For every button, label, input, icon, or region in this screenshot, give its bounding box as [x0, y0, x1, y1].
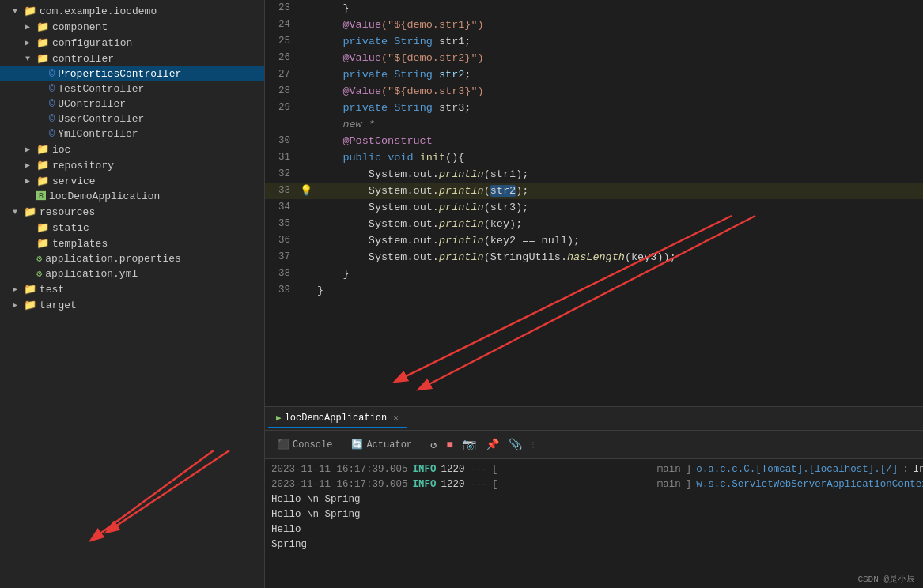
console-tab[interactable]: ⬛ Console	[271, 435, 339, 454]
code-line-36: 36 System.out.println(key2 == null);	[265, 232, 923, 249]
close-icon[interactable]: ✕	[393, 413, 399, 423]
tree-item-label: test	[40, 284, 64, 296]
tree-item-ioc[interactable]: ▶ 📁 ioc	[0, 141, 264, 157]
code-line-30: 30 @PostConstruct	[265, 133, 923, 149]
java-file-icon: ©	[49, 129, 55, 140]
console-output: 2023-11-11 16:17:39.005 INFO 1220 --- [ …	[265, 459, 923, 588]
tree-item-templates[interactable]: 📁 templates	[0, 236, 264, 251]
code-line-25: 25 private String str1;	[265, 33, 923, 50]
tree-item-label: UController	[58, 98, 126, 110]
chevron-icon: ▶	[13, 285, 24, 294]
tree-item-application-yml[interactable]: ⚙ application.yml	[0, 266, 264, 281]
tree-item-loc-demo-application[interactable]: 🅱 locDemoApplication	[0, 189, 264, 204]
tree-item-label: UserController	[58, 113, 144, 125]
java-file-icon: ©	[49, 99, 55, 110]
run-file-tab-active[interactable]: ▶ locDemoApplication ✕	[268, 409, 407, 428]
actuator-tab-label: Actuator	[366, 439, 412, 450]
tree-item-configuration[interactable]: ▶ 📁 configuration	[0, 35, 264, 51]
restart-icon[interactable]: ↺	[428, 436, 439, 453]
tree-item-label: resources	[40, 206, 95, 218]
run-icon: ▶	[276, 413, 282, 423]
stop-icon[interactable]: ■	[444, 437, 455, 453]
tree-item-label: repository	[52, 160, 114, 172]
toolbar-sep: ⋮	[529, 440, 537, 450]
editor-area: 23 } 24 @Value("${demo.str1}") 25 privat…	[265, 0, 923, 406]
tree-item-test-controller[interactable]: © TestController	[0, 81, 264, 96]
output-text: Hello	[271, 522, 301, 537]
tree-item-label: com.example.iocdemo	[40, 6, 157, 17]
tree-item-properties-controller[interactable]: © PropertiesController	[0, 66, 264, 81]
yml-file-icon: ⚙	[36, 268, 42, 280]
code-line-35: 35 System.out.println(key);	[265, 216, 923, 232]
tree-item-user-controller[interactable]: © UserController	[0, 111, 264, 126]
bottom-toolbar: ⬛ Console 🔄 Actuator ↺ ■ 📷 📌 📎 ⋮	[265, 431, 923, 459]
tree-item-label: TestController	[58, 83, 144, 95]
tree-item-repository[interactable]: ▶ 📁 repository	[0, 157, 264, 173]
actuator-tab[interactable]: 🔄 Actuator	[345, 435, 418, 454]
folder-icon: 📁	[36, 143, 49, 156]
folder-icon: 📁	[24, 5, 36, 17]
folder-icon: 📁	[24, 283, 36, 296]
code-line-23: 23 }	[265, 0, 923, 17]
code-line-39: 39 }	[265, 282, 923, 299]
tree-item-label: ioc	[52, 144, 70, 156]
output-line-1: Hello \n Spring	[271, 492, 917, 507]
tree-item-service[interactable]: ▶ 📁 service	[0, 173, 264, 189]
log-line-2: 2023-11-11 16:17:39.005 INFO 1220 --- [ …	[271, 477, 917, 492]
actuator-icon: 🔄	[351, 439, 363, 450]
chevron-icon: ▶	[25, 160, 36, 170]
folder-icon: 📁	[36, 21, 49, 33]
java-file-icon: ©	[49, 114, 55, 125]
code-line-37: 37 System.out.println(StringUtils.hasLen…	[265, 249, 923, 266]
output-line-2: Hello \n Spring	[271, 507, 917, 522]
tree-item-label: static	[52, 222, 89, 234]
tree-item-test[interactable]: ▶ 📁 test	[0, 281, 264, 297]
tree-item-static[interactable]: 📁 static	[0, 220, 264, 236]
code-line-29: 29 private String str3;	[265, 100, 923, 116]
tree-item-label: configuration	[52, 37, 132, 49]
output-line-3: Hello	[271, 522, 917, 537]
code-line-26: 26 @Value("${demo.str2}")	[265, 50, 923, 66]
dump-icon[interactable]: 📷	[460, 436, 479, 453]
tree-item-label: templates	[52, 238, 108, 250]
folder-icon: 📁	[36, 36, 49, 49]
folder-icon: 📁	[36, 159, 49, 172]
tree-item-label: target	[40, 300, 77, 311]
chevron-icon: ▶	[25, 38, 36, 47]
code-editor[interactable]: 23 } 24 @Value("${demo.str1}") 25 privat…	[265, 0, 923, 299]
tree-item-label: PropertiesController	[58, 68, 181, 80]
tree-item-label: YmlController	[58, 128, 138, 140]
folder-icon: 📁	[24, 299, 36, 311]
code-line-new: new *	[265, 116, 923, 133]
pin-icon[interactable]: 📌	[483, 436, 501, 453]
output-text: Hello \n Spring	[271, 492, 361, 507]
output-text: Hello \n Spring	[271, 507, 361, 522]
tree-item-label: locDemoApplication	[49, 190, 160, 202]
tree-item-label: application.yml	[45, 268, 138, 280]
watermark: CSDN @是小辰	[857, 573, 915, 585]
code-line-31: 31 public void init(){	[265, 149, 923, 166]
output-line-4: Spring	[271, 537, 917, 552]
tree-item-resources[interactable]: ▼ 📁 resources	[0, 204, 264, 220]
tree-item-target[interactable]: ▶ 📁 target	[0, 297, 264, 313]
folder-icon: 📁	[24, 205, 36, 218]
java-file-icon: ©	[49, 69, 55, 80]
tree-item-label: application.properties	[45, 253, 181, 265]
chevron-icon: ▶	[25, 145, 36, 154]
tree-item-com-example[interactable]: ▼ 📁 com.example.iocdemo	[0, 3, 264, 19]
bulb-icon[interactable]: 💡	[300, 183, 312, 199]
code-line-24: 24 @Value("${demo.str1}")	[265, 17, 923, 33]
chevron-icon: ▶	[13, 300, 24, 310]
chevron-icon: ▶	[25, 22, 36, 32]
tree-item-u-controller[interactable]: © UController	[0, 96, 264, 111]
tree-item-controller[interactable]: ▼ 📁 controller	[0, 51, 264, 66]
file-tree: ▼ 📁 com.example.iocdemo ▶ 📁 component ▶ …	[0, 0, 265, 588]
chevron-icon: ▼	[25, 55, 36, 63]
pin2-icon[interactable]: 📎	[506, 436, 524, 453]
tree-item-yml-controller[interactable]: © YmlController	[0, 126, 264, 141]
folder-icon: 📁	[36, 221, 49, 234]
tree-item-application-properties[interactable]: ⚙ application.properties	[0, 251, 264, 266]
tree-item-component[interactable]: ▶ 📁 component	[0, 19, 264, 35]
code-line-28: 28 @Value("${demo.str3}")	[265, 83, 923, 100]
chevron-icon: ▼	[13, 208, 24, 217]
